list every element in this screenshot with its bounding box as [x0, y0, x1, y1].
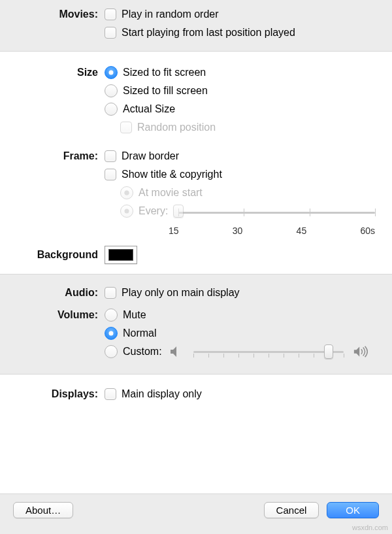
draw-border-label: Draw border: [122, 150, 179, 162]
size-actual-radio[interactable]: [105, 103, 118, 116]
background-color-well[interactable]: [105, 246, 137, 264]
volume-label: Volume:: [13, 309, 105, 321]
speaker-max-icon: [353, 344, 370, 359]
volume-normal-radio[interactable]: [105, 327, 118, 340]
about-button[interactable]: About…: [13, 502, 73, 518]
draw-border-checkbox[interactable]: [105, 150, 116, 162]
play-random-order-label: Play in random order: [122, 8, 219, 20]
audio-main-display-label: Play only on main display: [122, 287, 240, 299]
show-title-label: Show title & copyright: [122, 169, 222, 180]
size-label: Size: [13, 67, 105, 78]
volume-mute-radio[interactable]: [105, 309, 118, 322]
audio-section: Audio: Play only on main display Volume:…: [0, 274, 392, 375]
at-movie-start-label: At movie start: [139, 187, 203, 199]
size-fit-radio[interactable]: [105, 66, 118, 79]
every-slider: [178, 206, 375, 219]
random-position-checkbox: [120, 122, 132, 133]
show-title-checkbox[interactable]: [105, 169, 116, 180]
main-display-only-checkbox[interactable]: [105, 388, 116, 400]
size-fit-label: Sized to fit screen: [123, 67, 206, 78]
display-section: Size Sized to fit screen Sized to fill s…: [0, 52, 392, 274]
movies-label: Movies:: [13, 8, 105, 20]
start-last-position-label: Start playing from last position played: [122, 27, 295, 39]
play-random-order-checkbox[interactable]: [105, 8, 116, 20]
size-actual-label: Actual Size: [123, 103, 175, 115]
volume-mute-label: Mute: [123, 309, 146, 321]
movies-section: Movies: Play in random order Start playi…: [0, 0, 392, 52]
at-movie-start-radio: [120, 186, 133, 199]
displays-label: Displays:: [13, 388, 105, 400]
displays-section: Displays: Main display only: [0, 375, 392, 456]
watermark: wsxdn.com: [352, 524, 388, 531]
every-slider-ticks: 15 30 45 60s: [169, 225, 375, 236]
size-fill-label: Sized to fill screen: [123, 85, 208, 97]
preferences-window: Movies: Play in random order Start playi…: [0, 0, 392, 534]
every-radio: [120, 205, 133, 218]
footer: About… Cancel OK: [0, 493, 392, 534]
every-label: Every:: [139, 205, 168, 217]
cancel-button[interactable]: Cancel: [264, 502, 319, 518]
main-display-only-label: Main display only: [122, 388, 202, 400]
volume-custom-radio[interactable]: [105, 345, 118, 358]
frame-label: Frame:: [13, 150, 105, 162]
volume-custom-label: Custom:: [123, 346, 162, 358]
ok-button[interactable]: OK: [327, 502, 379, 518]
volume-slider[interactable]: [193, 344, 344, 359]
size-fill-radio[interactable]: [105, 84, 118, 97]
random-position-label: Random position: [137, 122, 216, 133]
background-color-swatch: [108, 249, 133, 261]
background-label: Background: [13, 249, 105, 261]
start-last-position-checkbox[interactable]: [105, 27, 116, 39]
audio-label: Audio:: [13, 287, 105, 299]
speaker-min-icon: [167, 344, 184, 359]
volume-normal-label: Normal: [123, 327, 157, 339]
audio-main-display-checkbox[interactable]: [105, 287, 116, 299]
